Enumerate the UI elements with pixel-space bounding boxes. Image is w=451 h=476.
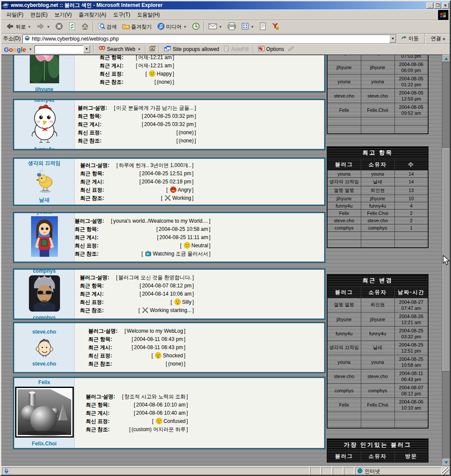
blog-cell[interactable]: jihyune [327,312,361,326]
blog-owner-link[interactable]: comphys [33,315,56,319]
messenger-button[interactable] [269,21,282,33]
blog-title-link[interactable]: comphys [33,270,56,274]
blog-cell[interactable]: Felix [327,209,361,217]
maximize-button[interactable]: ❐ [434,3,441,9]
blog-cell[interactable]: 멀뚱 멀뚱 [327,298,361,312]
go-button[interactable]: 이동 [398,34,421,43]
refresh-button[interactable] [66,21,79,33]
blog-owner-link[interactable]: jihyune [35,86,53,91]
print-button[interactable] [225,21,239,33]
mail-button[interactable]: ▼ [206,21,225,33]
blog-owner-link[interactable]: youna [37,260,52,262]
owner-cell[interactable]: comphys [361,224,394,231]
scroll-up-button[interactable] [442,55,450,62]
blog-cell[interactable]: jihyune [327,195,361,202]
google-search-input[interactable]: ▼ [35,45,91,54]
menu-item[interactable]: 도움말(H) [134,10,164,19]
blog-cell[interactable]: 멀뚱 멀뚱 [327,186,361,195]
blog-cell[interactable]: jihyune [327,60,361,75]
owner-cell[interactable]: Felix.Choi [361,103,394,117]
blog-avatar-warrior[interactable] [29,275,60,313]
minimize-button[interactable]: _ [426,3,433,9]
blog-cell[interactable]: 생각의 끄적임 [327,177,361,186]
google-logo[interactable]: Google [4,46,26,53]
blog-cell[interactable]: Felix [327,103,361,117]
highlight-pencil-icon[interactable] [287,46,294,53]
blog-owner-link[interactable]: funny4u [34,146,54,149]
blog-owner-link[interactable]: 날새 [39,196,50,204]
options-button[interactable]: Options [257,45,285,53]
blog-owner-link[interactable]: Felix.Choi [32,441,57,447]
google-search-dropdown[interactable]: ▼ [83,45,90,53]
blog-avatar-bird[interactable] [34,168,55,195]
search-button[interactable]: 검색 [95,21,120,33]
owner-cell[interactable]: steve.cho [361,217,394,224]
chevron-down-icon[interactable]: ▼ [183,25,187,29]
forward-button[interactable]: ▼ [34,21,53,33]
blog-cell[interactable]: youna [327,170,361,177]
menu-item[interactable]: 도구(T) [110,10,133,19]
owner-cell[interactable]: 날새 [361,340,394,355]
chevron-down-icon[interactable]: ▼ [47,25,50,29]
media-button[interactable]: 미디어▼ [155,21,189,33]
blog-cell[interactable]: steve.cho [327,217,361,224]
blog-cell[interactable]: 생각의 끄적임 [327,340,361,355]
resize-grip[interactable] [442,467,449,475]
blog-owner-link[interactable]: steve.cho [32,361,56,367]
links-button[interactable]: 연결 » [428,34,448,43]
blog-title-link[interactable]: 생각의 끄적임 [28,160,60,167]
owner-cell[interactable]: youna [361,75,394,89]
owner-cell[interactable]: jihyune [361,195,394,202]
owner-cell[interactable]: Felix.Choi [361,209,394,217]
owner-cell[interactable]: Felix.Choi [361,397,394,412]
owner-cell[interactable]: funny4u [361,55,394,60]
owner-cell[interactable]: comphys [361,383,394,397]
blog-cell[interactable]: youna [327,355,361,369]
owner-cell[interactable]: funny4u [361,202,394,209]
blog-cell[interactable]: comphys [327,383,361,397]
owner-cell[interactable]: 날새 [361,177,394,186]
address-input[interactable]: http://www.cyberblog.net/weblogs.php ▼ [22,35,397,43]
blog-cell[interactable]: funny4u [327,55,361,60]
blog-cell[interactable]: steve.cho [327,89,361,103]
chevron-down-icon[interactable]: ▼ [28,25,31,29]
owner-cell[interactable]: funny4u [361,326,394,340]
history-button[interactable] [189,21,202,33]
blog-cell[interactable]: youna [327,75,361,89]
owner-cell[interactable]: jihyune [361,60,394,75]
menu-item[interactable]: 파일(F) [3,10,27,19]
owner-cell[interactable]: 최인현 [361,298,394,312]
menu-item[interactable]: 편집(E) [27,10,51,19]
fullscreen-button[interactable]: ▼ [239,21,257,33]
close-button[interactable]: × [442,3,449,9]
back-button[interactable]: 뒤로▼ [3,21,34,33]
blog-avatar-girl[interactable] [31,216,58,258]
home-button[interactable] [79,21,91,33]
blog-title-link[interactable]: steve.cho [32,329,56,335]
chevron-down-icon[interactable]: ▼ [251,25,254,29]
chevron-down-icon[interactable]: ▼ [219,25,222,29]
menu-item[interactable]: 즐겨찾기(A) [75,10,110,19]
blog-cell[interactable]: Felix [327,397,361,412]
owner-cell[interactable]: steve.cho [361,89,394,103]
blog-avatar-render3d[interactable] [15,387,74,439]
pagerank-icon[interactable] [149,46,156,53]
owner-cell[interactable]: youna [361,355,394,369]
scroll-down-button[interactable] [442,459,450,466]
search-web-button[interactable]: Search Web ▼ [98,45,142,53]
favorites-button[interactable]: 즐겨찾기 [120,21,155,33]
blog-title-link[interactable]: youna [37,213,52,215]
blog-title-link[interactable]: Felix [38,379,50,385]
chevron-down-icon[interactable]: ▼ [29,47,32,51]
owner-cell[interactable]: jihyune [361,312,394,326]
autofill-button[interactable]: AutoFill [223,45,250,53]
owner-cell[interactable]: youna [361,170,394,177]
blog-avatar-chicken[interactable] [23,104,66,145]
stop-button[interactable] [53,21,66,33]
edit-button[interactable] [257,21,269,33]
owner-cell[interactable]: steve.cho [361,369,394,383]
blog-avatar-boy[interactable] [35,336,54,359]
blog-avatar-lotus[interactable] [30,55,59,85]
popup-blocker-button[interactable]: Site popups allowed [163,45,220,53]
address-dropdown-button[interactable]: ▼ [389,35,396,43]
